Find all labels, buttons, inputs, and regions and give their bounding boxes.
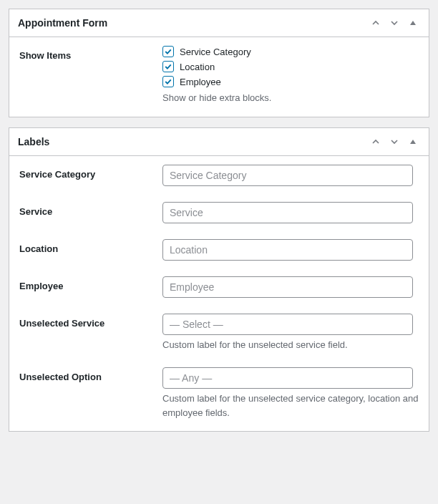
- location-input[interactable]: [162, 239, 413, 261]
- service-label: Service: [19, 202, 162, 217]
- appointment-form-panel: Appointment Form Show Items Service Cate…: [9, 9, 429, 117]
- move-up-icon[interactable]: [369, 16, 383, 30]
- field-content: [162, 276, 419, 298]
- service-row: Service: [19, 202, 419, 223]
- collapse-toggle-icon[interactable]: [406, 135, 420, 149]
- checkbox-icon: [162, 61, 174, 72]
- service-category-row: Service Category: [19, 165, 419, 186]
- checkbox-label: Employee: [180, 77, 221, 87]
- checkbox-employee[interactable]: Employee: [162, 76, 419, 87]
- panel-controls: [369, 16, 420, 30]
- show-items-help: Show or hide extra blocks.: [162, 91, 419, 105]
- unselected-service-help: Custom label for the unselected service …: [162, 338, 419, 352]
- employee-label: Employee: [19, 276, 162, 291]
- show-items-label: Show Items: [19, 46, 162, 61]
- unselected-option-input[interactable]: [162, 367, 413, 389]
- employee-row: Employee: [19, 276, 419, 298]
- location-row: Location: [19, 239, 419, 261]
- unselected-option-help: Custom label for the unselected service …: [162, 392, 419, 420]
- collapse-toggle-icon[interactable]: [406, 16, 420, 30]
- field-content: [162, 165, 419, 186]
- checkbox-label: Location: [180, 62, 215, 72]
- labels-panel: Labels Service Category Service: [9, 127, 429, 432]
- unselected-option-row: Unselected Option Custom label for the u…: [19, 367, 419, 420]
- checkbox-icon: [162, 76, 174, 87]
- labels-title: Labels: [18, 136, 49, 147]
- move-down-icon[interactable]: [387, 135, 402, 149]
- unselected-service-row: Unselected Service Custom label for the …: [19, 314, 419, 352]
- field-content: [162, 239, 419, 261]
- field-content: [162, 202, 419, 223]
- appointment-form-body: Show Items Service Category Location: [9, 37, 429, 117]
- checkbox-service-category[interactable]: Service Category: [162, 46, 419, 57]
- labels-body: Service Category Service Location Employ…: [9, 156, 429, 432]
- unselected-service-input[interactable]: [162, 314, 413, 335]
- unselected-service-label: Unselected Service: [19, 314, 162, 329]
- checkbox-icon: [162, 46, 174, 57]
- service-category-input[interactable]: [162, 165, 413, 186]
- employee-input[interactable]: [162, 276, 413, 298]
- panel-controls: [369, 135, 420, 149]
- service-category-label: Service Category: [19, 165, 162, 180]
- show-items-content: Service Category Location Employee Show …: [162, 46, 419, 105]
- show-items-row: Show Items Service Category Location: [19, 46, 419, 105]
- checkbox-location[interactable]: Location: [162, 61, 419, 72]
- svg-marker-0: [410, 21, 416, 25]
- location-label: Location: [19, 239, 162, 254]
- checkbox-label: Service Category: [180, 47, 251, 57]
- unselected-option-label: Unselected Option: [19, 367, 162, 382]
- appointment-form-header: Appointment Form: [9, 9, 429, 37]
- service-input[interactable]: [162, 202, 413, 223]
- appointment-form-title: Appointment Form: [18, 17, 107, 29]
- move-up-icon[interactable]: [369, 135, 383, 149]
- field-content: Custom label for the unselected service …: [162, 367, 419, 420]
- svg-marker-1: [410, 140, 416, 144]
- field-content: Custom label for the unselected service …: [162, 314, 419, 352]
- move-down-icon[interactable]: [387, 16, 402, 30]
- labels-header: Labels: [9, 128, 429, 156]
